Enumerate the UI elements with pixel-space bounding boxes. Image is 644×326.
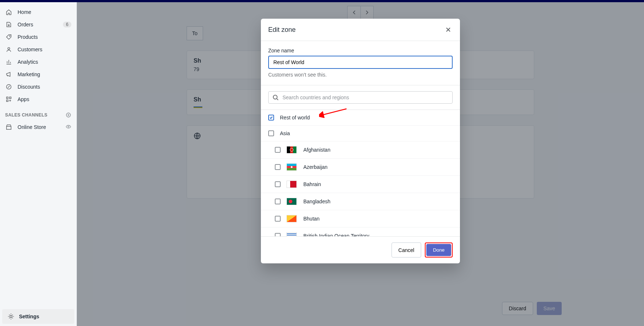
nav-orders[interactable]: Orders 6	[0, 18, 76, 31]
products-icon	[5, 33, 12, 41]
flag-icon	[287, 215, 297, 222]
rest-of-world-row[interactable]: Rest of world	[261, 110, 460, 126]
checkbox-country[interactable]	[275, 147, 281, 153]
country-list[interactable]: Rest of world Asia Afghanistan Azerbaija…	[261, 110, 460, 236]
checkbox-country[interactable]	[275, 233, 281, 236]
svg-point-1	[8, 48, 10, 49]
country-row[interactable]: Bahrain	[261, 176, 460, 193]
zone-name-input[interactable]	[268, 56, 453, 69]
country-row[interactable]: British Indian Ocean Territory	[261, 227, 460, 236]
zone-name-label: Zone name	[268, 48, 453, 53]
svg-rect-3	[7, 97, 8, 99]
nav-marketing[interactable]: Marketing	[0, 68, 76, 81]
svg-rect-5	[7, 100, 8, 102]
country-name: Bahrain	[303, 181, 321, 187]
checkbox-country[interactable]	[275, 181, 281, 187]
search-icon	[272, 94, 279, 101]
edit-zone-modal: Edit zone Zone name Customers won't see …	[261, 19, 460, 263]
nav-settings[interactable]: Settings	[2, 309, 74, 324]
asia-label: Asia	[280, 130, 290, 136]
nav-apps[interactable]: Apps	[0, 93, 76, 105]
checkbox-country[interactable]	[275, 216, 281, 222]
sidebar: Home Orders 6 Products Customers Analyti…	[0, 2, 77, 326]
flag-icon	[287, 198, 297, 205]
customers-icon	[5, 46, 12, 53]
nav-home[interactable]: Home	[0, 6, 76, 18]
gear-icon	[7, 313, 15, 320]
eye-icon[interactable]	[65, 124, 71, 131]
svg-point-8	[10, 315, 12, 318]
orders-icon	[5, 21, 12, 28]
country-name: Bhutan	[303, 216, 319, 222]
svg-point-10	[273, 95, 277, 99]
nav-discounts[interactable]: Discounts	[0, 81, 76, 93]
svg-rect-4	[10, 97, 11, 99]
nav-label: Home	[18, 9, 71, 15]
nav-customers[interactable]: Customers	[0, 43, 76, 56]
country-row[interactable]: Afghanistan	[261, 141, 460, 159]
discounts-icon	[5, 83, 12, 90]
country-row[interactable]: Bhutan	[261, 210, 460, 227]
nav-label: Products	[18, 34, 71, 40]
home-icon	[5, 8, 12, 16]
checkbox-country[interactable]	[275, 199, 281, 204]
done-highlight-annotation: Done	[425, 242, 453, 258]
plus-icon[interactable]	[65, 112, 71, 118]
svg-point-0	[10, 36, 10, 36]
zone-name-help: Customers won't see this.	[268, 72, 453, 78]
modal-title: Edit zone	[268, 26, 296, 34]
continent-asia-row[interactable]: Asia	[261, 126, 460, 141]
cancel-button[interactable]: Cancel	[392, 242, 422, 258]
nav-label: Analytics	[18, 59, 71, 65]
nav-label: Discounts	[18, 84, 71, 90]
analytics-icon	[5, 58, 12, 66]
svg-point-7	[68, 126, 69, 127]
flag-icon	[287, 163, 297, 171]
checkbox-rest-of-world[interactable]	[268, 115, 274, 121]
sales-channels-label: SALES CHANNELS	[5, 112, 48, 118]
country-row[interactable]: Azerbaijan	[261, 159, 460, 176]
nav-label: Orders	[18, 22, 63, 27]
country-name: Bangladesh	[303, 199, 330, 204]
settings-label: Settings	[19, 314, 39, 319]
nav-label: Customers	[18, 47, 71, 52]
country-name: British Indian Ocean Territory	[303, 233, 369, 236]
done-button[interactable]: Done	[426, 244, 451, 256]
nav-products[interactable]: Products	[0, 31, 76, 43]
checkbox-country[interactable]	[275, 164, 281, 170]
nav-label: Apps	[18, 96, 71, 102]
flag-icon	[287, 232, 297, 236]
marketing-icon	[5, 71, 12, 78]
main-content: To Sh 79 Sh Discard Save Edit zone	[77, 2, 644, 326]
apps-icon	[5, 96, 12, 103]
country-name: Afghanistan	[303, 147, 330, 153]
store-icon	[5, 123, 12, 131]
nav-analytics[interactable]: Analytics	[0, 56, 76, 68]
flag-icon	[287, 146, 297, 153]
country-row[interactable]: Bangladesh	[261, 193, 460, 210]
orders-badge: 6	[63, 22, 71, 27]
close-button[interactable]	[444, 25, 453, 34]
nav-label: Online Store	[18, 124, 65, 130]
country-search-input[interactable]	[282, 95, 449, 100]
rest-of-world-label: Rest of world	[280, 115, 310, 121]
country-search[interactable]	[268, 91, 453, 104]
nav-online-store[interactable]: Online Store	[0, 121, 76, 133]
flag-icon	[287, 181, 297, 188]
sales-channels-header: SALES CHANNELS	[0, 105, 76, 121]
nav-label: Marketing	[18, 71, 71, 77]
country-name: Azerbaijan	[303, 164, 327, 170]
checkbox-asia[interactable]	[268, 130, 274, 136]
